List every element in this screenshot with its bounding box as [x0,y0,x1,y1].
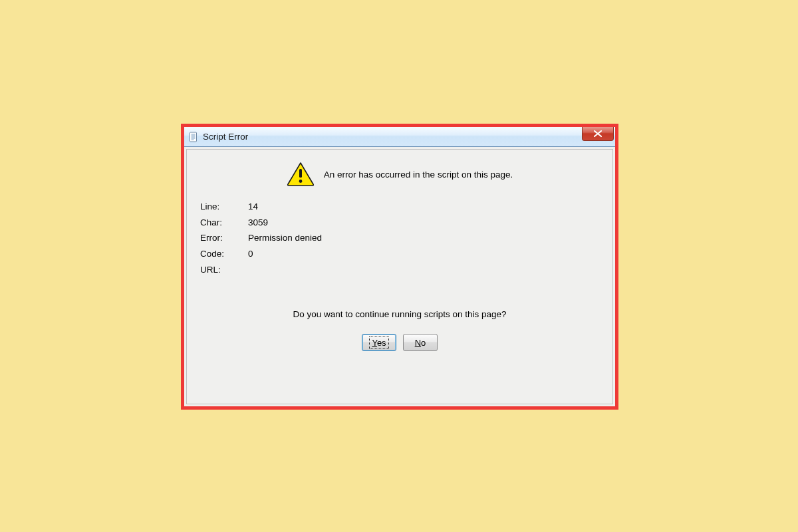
error-value: Permission denied [248,230,322,246]
no-button-label: No [415,338,426,348]
no-button[interactable]: No [403,334,438,351]
detail-row-url: URL: [200,262,600,278]
detail-row-code: Code: 0 [200,246,600,262]
line-label: Line: [200,199,248,215]
warning-icon [287,162,315,187]
line-value: 14 [248,199,258,215]
detail-row-error: Error: Permission denied [200,230,600,246]
dialog-title: Script Error [203,132,248,142]
button-row: Yes No [198,334,602,351]
close-icon [593,130,602,138]
error-details: Line: 14 Char: 3059 Error: Permission de… [198,196,602,277]
close-button[interactable] [582,127,614,141]
char-value: 3059 [248,215,268,231]
titlebar[interactable]: Script Error [184,127,615,147]
message-row: An error has occurred in the script on t… [198,158,602,196]
dialog-content: An error has occurred in the script on t… [186,149,613,404]
document-icon [188,132,199,142]
char-label: Char: [200,215,248,231]
detail-row-char: Char: 3059 [200,215,600,231]
continue-prompt: Do you want to continue running scripts … [198,309,602,319]
error-message: An error has occurred in the script on t… [324,170,513,180]
error-label: Error: [200,230,248,246]
highlight-frame: Script Error An error has oc [181,124,618,410]
script-error-dialog: Script Error An error has oc [184,127,615,406]
code-label: Code: [200,246,248,262]
yes-button-label: Yes [370,338,387,348]
code-value: 0 [248,246,253,262]
svg-point-7 [299,180,302,183]
yes-button[interactable]: Yes [362,334,396,351]
url-label: URL: [200,262,248,278]
detail-row-line: Line: 14 [200,199,600,215]
svg-rect-6 [299,169,302,178]
